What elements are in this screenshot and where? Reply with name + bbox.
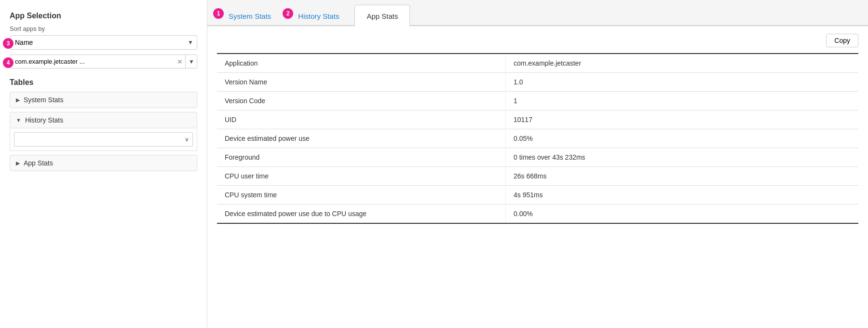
stat-key: CPU system time	[217, 186, 506, 205]
history-stats-body: ∨	[10, 128, 197, 151]
stat-value: 1.0	[506, 73, 859, 92]
badge-4: 4	[3, 57, 14, 68]
table-group-system-stats-header[interactable]: ▶ System Stats	[10, 92, 197, 108]
tab-app-stats[interactable]: App Stats	[354, 5, 410, 26]
table-row: Foreground0 times over 43s 232ms	[217, 148, 858, 167]
tabs-bar: 1 System Stats 2 History Stats App Stats	[207, 0, 868, 26]
table-row: Applicationcom.example.jetcaster	[217, 54, 858, 73]
stat-value: 1	[506, 92, 859, 110]
table-row: CPU system time4s 951ms	[217, 186, 858, 205]
stat-value: 0 times over 43s 232ms	[506, 148, 859, 167]
copy-row: Copy	[217, 34, 858, 47]
history-stats-label: History Stats	[25, 116, 63, 124]
history-stats-arrow-icon: ▼	[16, 117, 21, 123]
stat-value: 26s 668ms	[506, 167, 859, 186]
app-select-wrapper: ✕ ▼	[10, 55, 197, 68]
tables-title: Tables	[10, 78, 197, 87]
table-group-system-stats: ▶ System Stats	[10, 92, 197, 108]
system-stats-label: System Stats	[24, 96, 63, 104]
app-selection-title: App Selection	[10, 12, 197, 20]
sort-label: Sort apps by	[10, 25, 197, 32]
sidebar: App Selection Sort apps by 3 Name Packag…	[0, 0, 207, 328]
table-row: CPU user time26s 668ms	[217, 167, 858, 186]
stat-key: Application	[217, 54, 506, 73]
app-stats-label: App Stats	[24, 159, 53, 167]
table-row: Version Name1.0	[217, 73, 858, 92]
tab-system-stats[interactable]: System Stats	[217, 5, 283, 26]
app-select-input[interactable]	[10, 55, 197, 68]
tab-history-stats-wrapper: 2 History Stats	[286, 4, 352, 25]
table-group-history-stats: ▼ History Stats ∨	[10, 112, 197, 151]
table-group-app-stats: ▶ App Stats	[10, 155, 197, 171]
sort-select[interactable]: Name Package UID	[10, 35, 197, 50]
tab-history-stats[interactable]: History Stats	[286, 5, 351, 26]
table-row: Device estimated power use due to CPU us…	[217, 205, 858, 224]
stat-value: 0.05%	[506, 129, 859, 148]
table-group-app-stats-header[interactable]: ▶ App Stats	[10, 155, 197, 171]
app-stats-arrow-icon: ▶	[16, 160, 20, 166]
stat-key: Version Code	[217, 92, 506, 110]
stat-key: Device estimated power use	[217, 129, 506, 148]
sort-select-wrapper: Name Package UID ▼	[10, 35, 197, 50]
stat-key: Foreground	[217, 148, 506, 167]
stat-key: UID	[217, 110, 506, 129]
app-select-dropdown-icon[interactable]: ▼	[185, 55, 197, 68]
system-stats-arrow-icon: ▶	[16, 97, 20, 103]
main-panel: 1 System Stats 2 History Stats App Stats…	[207, 0, 868, 328]
stat-key: Version Name	[217, 73, 506, 92]
stat-key: CPU user time	[217, 167, 506, 186]
stats-table: Applicationcom.example.jetcasterVersion …	[217, 53, 858, 224]
copy-button[interactable]: Copy	[826, 34, 858, 47]
tab-system-stats-wrapper: 1 System Stats	[217, 4, 284, 25]
table-row: Device estimated power use0.05%	[217, 129, 858, 148]
stat-value: com.example.jetcaster	[506, 54, 859, 73]
app-select-icons: ✕ ▼	[175, 55, 197, 68]
stat-key: Device estimated power use due to CPU us…	[217, 205, 506, 224]
table-row: Version Code1	[217, 92, 858, 110]
history-dropdown[interactable]	[14, 132, 193, 147]
stat-value: 4s 951ms	[506, 186, 859, 205]
content-area: Copy Applicationcom.example.jetcasterVer…	[207, 26, 868, 328]
history-dropdown-wrapper: ∨	[14, 132, 193, 147]
table-group-history-stats-header[interactable]: ▼ History Stats	[10, 112, 197, 128]
table-row: UID10117	[217, 110, 858, 129]
stat-value: 10117	[506, 110, 859, 129]
stat-value: 0.00%	[506, 205, 859, 224]
app-select-clear-icon[interactable]: ✕	[175, 58, 185, 66]
badge-3: 3	[3, 38, 14, 49]
